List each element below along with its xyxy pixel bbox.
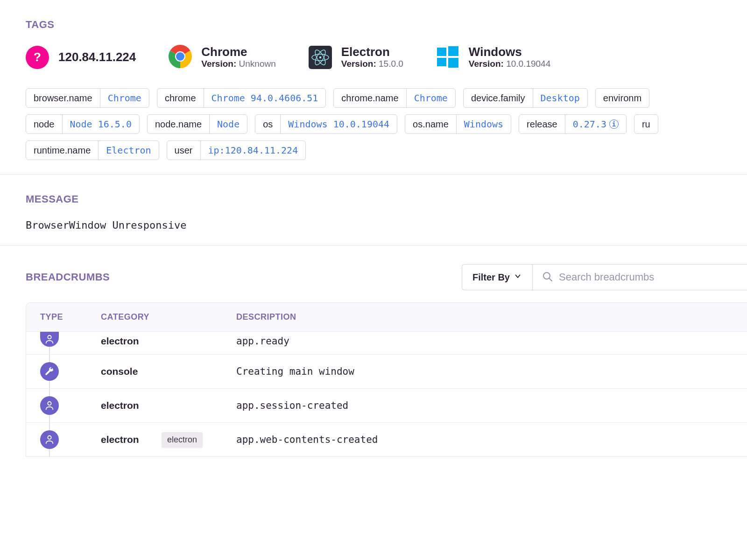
- svg-point-6: [319, 56, 321, 58]
- context-browser[interactable]: Chrome Version: Unknown: [169, 45, 275, 70]
- tag-key: device.family: [464, 89, 533, 107]
- wrench-icon: [40, 362, 59, 381]
- tag-key: runtime.name: [26, 141, 98, 160]
- user-icon: [40, 332, 59, 347]
- tag-value: 0.27.3 i: [565, 115, 626, 133]
- breadcrumbs-search-input[interactable]: [553, 265, 738, 290]
- tag-pill[interactable]: release0.27.3 i: [519, 114, 627, 134]
- user-icon: [40, 430, 59, 449]
- breadcrumb-row[interactable]: consoleCreating main window: [26, 354, 747, 388]
- tag-value: Chrome 94.0.4606.51: [204, 89, 326, 107]
- tag-key: release: [519, 115, 565, 133]
- breadcrumb-description: Creating main window: [236, 366, 733, 377]
- breadcrumbs-title: BREADCRUMBS: [26, 271, 110, 283]
- context-row: ? 120.84.11.224 Chrome Version: Unknown: [26, 45, 721, 70]
- tag-pill[interactable]: runtime.nameElectron: [26, 140, 159, 160]
- tag-pill[interactable]: nodeNode 16.5.0: [26, 114, 140, 134]
- tag-value: ip:120.84.11.224: [200, 141, 306, 160]
- breadcrumb-description: app.session-created: [236, 400, 733, 411]
- breadcrumbs-search[interactable]: [532, 264, 747, 290]
- tags-list: browser.nameChromechromeChrome 94.0.4606…: [26, 88, 721, 160]
- svg-rect-8: [448, 46, 458, 56]
- tag-key: os.name: [405, 115, 456, 133]
- tooltip: electron: [162, 432, 203, 448]
- user-icon: [40, 396, 59, 415]
- tag-value: Windows: [456, 115, 511, 133]
- svg-point-2: [176, 52, 184, 61]
- search-icon: [542, 271, 553, 284]
- breadcrumb-category: electronelectron: [101, 434, 236, 445]
- col-type: TYPE: [40, 312, 101, 322]
- filter-by-button[interactable]: Filter By: [462, 264, 532, 290]
- message-text: BrowserWindow Unresponsive: [26, 219, 721, 231]
- electron-icon: [309, 46, 332, 69]
- tag-key: chrome.name: [334, 89, 406, 107]
- question-icon: ?: [26, 46, 49, 69]
- info-icon[interactable]: i: [609, 119, 619, 129]
- tag-key: node: [26, 115, 62, 133]
- breadcrumb-description: app.ready: [236, 336, 733, 347]
- tag-pill[interactable]: osWindows 10.0.19044: [255, 114, 397, 134]
- tag-value: Electron: [98, 141, 158, 160]
- tag-key: chrome: [157, 89, 204, 107]
- svg-line-12: [549, 278, 552, 281]
- chevron-down-icon: [514, 272, 522, 283]
- tags-section: TAGS ? 120.84.11.224 Chrome: [0, 0, 747, 175]
- runtime-name: Electron: [341, 45, 403, 59]
- svg-point-13: [48, 336, 51, 339]
- tag-pill[interactable]: chromeChrome 94.0.4606.51: [157, 88, 326, 108]
- tag-key: node.name: [148, 115, 209, 133]
- tag-pill[interactable]: environm: [595, 88, 649, 108]
- svg-rect-10: [448, 58, 458, 68]
- tag-pill[interactable]: browser.nameChrome: [26, 88, 149, 108]
- tag-key: environm: [596, 89, 649, 107]
- tag-key: user: [167, 141, 200, 160]
- tags-title: TAGS: [26, 19, 721, 31]
- col-description: DESCRIPTION: [236, 312, 733, 322]
- svg-rect-9: [437, 58, 446, 66]
- context-runtime[interactable]: Electron Version: 15.0.0: [309, 45, 403, 69]
- chrome-icon: [169, 45, 192, 70]
- ip-value: 120.84.11.224: [58, 50, 136, 64]
- message-section: MESSAGE BrowserWindow Unresponsive: [0, 175, 747, 245]
- os-name: Windows: [469, 45, 550, 59]
- tag-pill[interactable]: os.nameWindows: [405, 114, 511, 134]
- breadcrumb-row[interactable]: electronapp.ready: [26, 331, 747, 354]
- tag-value: Desktop: [533, 89, 587, 107]
- breadcrumb-row[interactable]: electronapp.session-created: [26, 388, 747, 422]
- windows-icon: [436, 45, 459, 70]
- tag-pill[interactable]: device.familyDesktop: [463, 88, 588, 108]
- browser-name: Chrome: [201, 45, 275, 59]
- message-title: MESSAGE: [26, 193, 721, 205]
- svg-point-14: [48, 402, 51, 405]
- tag-value: Chrome: [100, 89, 149, 107]
- breadcrumbs-header-row: TYPE CATEGORY DESCRIPTION: [26, 303, 747, 331]
- breadcrumbs-table: TYPE CATEGORY DESCRIPTION electronapp.re…: [26, 302, 747, 457]
- breadcrumb-category: console: [101, 366, 236, 377]
- col-category: CATEGORY: [101, 312, 236, 322]
- breadcrumb-description: app.web-contents-created: [236, 434, 733, 445]
- breadcrumb-category: electron: [101, 336, 236, 347]
- breadcrumb-row[interactable]: electronelectronapp.web-contents-created: [26, 422, 747, 456]
- tag-value: Node: [209, 115, 247, 133]
- tag-key: ru: [634, 115, 658, 133]
- breadcrumbs-section: BREADCRUMBS Filter By TYPE CATEGORY DESC…: [0, 245, 747, 457]
- svg-rect-7: [437, 48, 446, 56]
- context-os[interactable]: Windows Version: 10.0.19044: [436, 45, 550, 70]
- tag-pill[interactable]: userip:120.84.11.224: [167, 140, 306, 160]
- tag-pill[interactable]: ru: [634, 114, 658, 134]
- tag-pill[interactable]: node.nameNode: [147, 114, 247, 134]
- tag-value: Chrome: [406, 89, 455, 107]
- tag-key: browser.name: [26, 89, 100, 107]
- context-ip[interactable]: ? 120.84.11.224: [26, 46, 136, 69]
- tag-key: os: [255, 115, 280, 133]
- svg-point-15: [48, 436, 51, 439]
- tag-value: Windows 10.0.19044: [280, 115, 397, 133]
- breadcrumb-category: electron: [101, 400, 236, 411]
- tag-value: Node 16.5.0: [62, 115, 139, 133]
- tag-pill[interactable]: chrome.nameChrome: [333, 88, 456, 108]
